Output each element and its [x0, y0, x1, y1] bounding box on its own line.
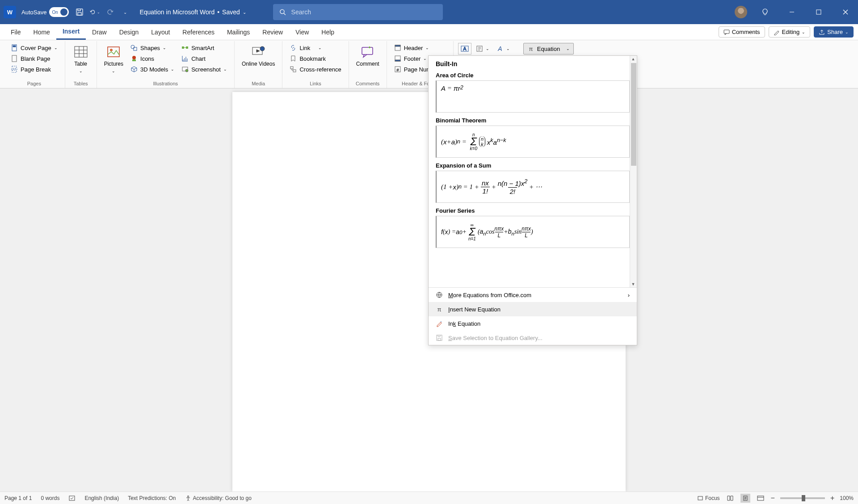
svg-text:π: π: [529, 46, 533, 52]
eq-label-binomial: Binomial Theorem: [436, 117, 630, 124]
read-mode-icon[interactable]: [725, 494, 735, 503]
status-predictions[interactable]: Text Predictions: On: [128, 495, 176, 501]
status-spellcheck-icon[interactable]: [68, 495, 76, 502]
equation-dropdown: Built-In Area of Circle A = πr2 Binomial…: [428, 55, 637, 345]
icons-icon: [130, 55, 138, 62]
tab-design[interactable]: Design: [113, 25, 145, 39]
insert-new-equation-action[interactable]: π Insert New Equation: [429, 302, 637, 316]
tab-help[interactable]: Help: [315, 25, 341, 39]
equation-button[interactable]: π Equation ⌄: [523, 43, 574, 55]
status-words[interactable]: 0 words: [41, 495, 59, 501]
zoom-in-button[interactable]: +: [830, 494, 834, 502]
scrollbar-thumb[interactable]: [631, 63, 636, 166]
table-button[interactable]: Table⌄: [70, 43, 92, 75]
tab-insert[interactable]: Insert: [56, 24, 86, 40]
zoom-slider[interactable]: [780, 497, 825, 499]
autosave-toggle[interactable]: On: [49, 7, 69, 17]
svg-rect-38: [698, 496, 702, 500]
lightbulb-icon[interactable]: [756, 3, 774, 21]
cover-page-icon: [11, 44, 18, 51]
eq-preview-binomial[interactable]: (x + a)n = nΣk=0 nk xkan−k: [436, 126, 630, 158]
focus-button[interactable]: Focus: [697, 495, 720, 501]
svg-rect-36: [69, 496, 75, 500]
maximize-button[interactable]: [810, 3, 828, 21]
xref-button[interactable]: Cross-reference: [287, 64, 344, 74]
close-button[interactable]: [837, 3, 854, 21]
svg-rect-35: [437, 335, 442, 340]
page-break-button[interactable]: Page Break: [8, 64, 60, 74]
shapes-button[interactable]: Shapes⌄: [128, 43, 177, 53]
tab-mailings[interactable]: Mailings: [221, 25, 256, 39]
smartart-icon: [181, 44, 189, 51]
ink-equation-action[interactable]: Ink Equation: [429, 316, 637, 331]
save-icon[interactable]: [74, 7, 85, 17]
eq-preview-fourier[interactable]: f(x) = a0 + ∞Σn=1 (an cos nπxL + bn sin …: [436, 216, 630, 248]
zoom-out-button[interactable]: −: [771, 494, 775, 502]
tab-view[interactable]: View: [289, 25, 315, 39]
shapes-icon: [130, 44, 138, 51]
group-media: Media: [239, 80, 278, 88]
user-avatar[interactable]: [735, 6, 747, 18]
online-videos-button[interactable]: Online Videos: [239, 43, 278, 69]
bookmark-button[interactable]: Bookmark: [287, 54, 344, 63]
search-input[interactable]: [291, 8, 437, 16]
ink-icon: [436, 320, 443, 327]
qat-customize-icon[interactable]: ⌄: [120, 7, 130, 17]
smartart-button[interactable]: SmartArt: [179, 43, 230, 53]
svg-rect-6: [13, 46, 16, 47]
share-button[interactable]: Share⌄: [814, 26, 854, 38]
tab-review[interactable]: Review: [256, 25, 289, 39]
wordart-button[interactable]: A⌄: [494, 43, 513, 55]
scroll-down-icon[interactable]: ▼: [630, 281, 636, 287]
chevron-down-icon: ⌄: [566, 46, 570, 51]
status-accessibility[interactable]: Accessibility: Good to go: [185, 495, 252, 501]
eq-label-fourier: Fourier Series: [436, 207, 630, 214]
tab-references[interactable]: References: [176, 25, 221, 39]
chart-button[interactable]: Chart: [179, 54, 230, 63]
blank-page-icon: [11, 55, 18, 62]
web-layout-icon[interactable]: [756, 494, 765, 503]
scrollbar[interactable]: ▲ ▼: [630, 56, 637, 287]
editing-button[interactable]: Editing⌄: [769, 26, 811, 38]
undo-icon[interactable]: ⌄: [89, 7, 100, 17]
screenshot-button[interactable]: Screenshot⌄: [179, 64, 230, 74]
screenshot-icon: [181, 66, 189, 73]
comments-button[interactable]: Comments: [719, 26, 765, 38]
tab-home[interactable]: Home: [27, 25, 56, 39]
tab-file[interactable]: File: [4, 25, 27, 39]
more-equations-action[interactable]: More Equations from Office.com ›: [429, 288, 637, 302]
redo-icon[interactable]: [105, 7, 115, 17]
text-box-button[interactable]: A: [458, 43, 471, 55]
tab-layout[interactable]: Layout: [145, 25, 176, 39]
minimize-button[interactable]: [783, 3, 801, 21]
link-button[interactable]: Link⌄: [287, 43, 344, 53]
group-tables: Tables: [70, 80, 92, 88]
eq-preview-expansion[interactable]: (1 + x)n = 1 + nx1! + n(n − 1)x22! + ⋯: [436, 171, 630, 203]
header-button[interactable]: Header⌄: [391, 43, 449, 53]
cover-page-button[interactable]: Cover Page⌄: [8, 43, 60, 53]
title-dropdown-icon[interactable]: ⌄: [243, 10, 246, 15]
svg-point-11: [131, 45, 135, 49]
zoom-knob[interactable]: [802, 495, 805, 501]
svg-text:A: A: [497, 45, 502, 52]
comment-button[interactable]: Comment: [353, 43, 382, 69]
zoom-level[interactable]: 100%: [840, 495, 854, 501]
print-layout-icon[interactable]: [740, 494, 750, 503]
svg-rect-40: [757, 496, 764, 500]
status-language[interactable]: English (India): [84, 495, 119, 501]
scroll-up-icon[interactable]: ▲: [630, 56, 636, 62]
chart-icon: [181, 55, 189, 62]
autosave-label: AutoSave: [21, 9, 46, 16]
blank-page-button[interactable]: Blank Page: [8, 54, 60, 63]
pictures-button[interactable]: Pictures⌄: [101, 43, 126, 75]
eq-preview-area-of-circle[interactable]: A = πr2: [436, 80, 630, 113]
search-icon: [279, 8, 286, 16]
quick-parts-button[interactable]: ⌄: [473, 43, 492, 55]
tab-draw[interactable]: Draw: [86, 25, 113, 39]
status-page[interactable]: Page 1 of 1: [4, 495, 32, 501]
icons-button[interactable]: Icons: [128, 54, 177, 63]
search-box[interactable]: [273, 4, 443, 20]
models-button[interactable]: 3D Models⌄: [128, 64, 177, 74]
cube-icon: [130, 66, 138, 73]
autosave-state: On: [52, 10, 58, 15]
